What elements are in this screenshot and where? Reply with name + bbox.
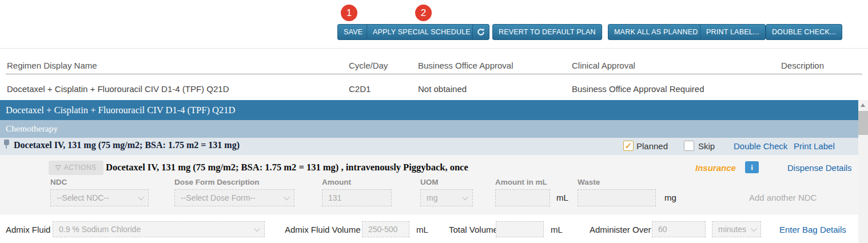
total-volume-suffix: mL bbox=[551, 225, 563, 234]
table-row-business-office-approval: Not obtained bbox=[418, 84, 467, 94]
chemotherapy-section-title: Chemotherapy bbox=[6, 124, 58, 134]
dispense-details-link[interactable]: Dispense Details bbox=[787, 163, 852, 173]
amount-in-ml-label: Amount in mL bbox=[495, 178, 547, 186]
admix-fluid-volume-input[interactable]: 250-500 bbox=[362, 221, 409, 237]
admix-fluid-select[interactable]: 0.9 % Sodium Chloride bbox=[53, 221, 265, 237]
administer-over-value: 60 bbox=[658, 225, 667, 234]
waste-suffix: mg bbox=[664, 193, 676, 202]
double-check-button[interactable]: DOUBLE CHECK... bbox=[766, 24, 842, 40]
drug-row: Docetaxel IV, 131 mg (75 mg/m2; BSA: 1.7… bbox=[0, 138, 858, 155]
toolbar-divider bbox=[0, 48, 868, 49]
regimen-banner: Docetaxel + Cisplatin + Fluorouracil CIV… bbox=[0, 100, 858, 120]
col-header-business-office-approval: Business Office Approval bbox=[418, 61, 513, 70]
dose-form-label: Dose Form Description bbox=[174, 178, 260, 186]
add-another-ndc-link[interactable]: Add another NDC bbox=[749, 193, 817, 202]
scrollbar-thumb[interactable] bbox=[858, 111, 868, 135]
admix-fluid-volume-value: 250-500 bbox=[368, 225, 397, 234]
app-window: 1 2 SAVE APPLY SPECIAL SCHEDULE REVERT T… bbox=[0, 0, 868, 243]
step-badge-2: 2 bbox=[415, 5, 432, 21]
uom-select-value: mg bbox=[427, 193, 437, 202]
planned-checkbox[interactable]: ✓ bbox=[623, 141, 634, 151]
chevron-down-icon bbox=[462, 194, 468, 200]
col-header-cycle-day: Cycle/Day bbox=[349, 61, 388, 70]
drug-title: Docetaxel IV, 131 mg (75 mg/m2; BSA: 1.7… bbox=[14, 140, 240, 150]
skip-label: Skip bbox=[698, 141, 715, 151]
step-badge-1: 1 bbox=[341, 5, 357, 21]
administer-unit-value: minutes bbox=[718, 225, 746, 234]
regimen-banner-title: Docetaxel + Cisplatin + Fluorouracil CIV… bbox=[6, 105, 235, 116]
administer-over-input[interactable]: 60 bbox=[652, 221, 706, 237]
amount-label: Amount bbox=[322, 178, 351, 186]
refresh-icon bbox=[476, 30, 485, 38]
chemotherapy-section-bar: Chemotherapy bbox=[0, 120, 858, 138]
admix-fluid-label: Admix Fluid bbox=[6, 225, 50, 234]
drug-detail-panel: ▽ACTIONS Docetaxel IV, 131 mg (75 mg/m2;… bbox=[0, 155, 858, 214]
actions-button-label: ACTIONS bbox=[64, 164, 97, 172]
scrollbar[interactable] bbox=[858, 100, 868, 243]
save-button[interactable]: SAVE bbox=[337, 24, 369, 40]
pin-icon bbox=[4, 140, 9, 145]
uom-label: UOM bbox=[420, 178, 439, 186]
dose-form-select[interactable]: --Select Dose Form-- bbox=[174, 189, 294, 206]
insurance-label[interactable]: Insurance bbox=[695, 163, 736, 173]
waste-input[interactable] bbox=[578, 189, 656, 206]
chevron-down-icon bbox=[254, 225, 260, 232]
total-volume-input[interactable] bbox=[496, 221, 544, 237]
col-header-description: Description bbox=[781, 61, 824, 70]
table-row-cycle-day: C2D1 bbox=[349, 84, 371, 94]
scroll-up-arrow[interactable] bbox=[858, 100, 868, 110]
info-icon[interactable]: i bbox=[745, 161, 759, 173]
admix-row: Admix Fluid 0.9 % Sodium Chloride Admix … bbox=[0, 214, 858, 243]
total-volume-label: Total Volume bbox=[449, 225, 498, 234]
uom-select[interactable]: mg bbox=[420, 189, 473, 206]
ndc-label: NDC bbox=[50, 178, 67, 186]
mark-all-as-planned-button[interactable]: MARK ALL AS PLANNED bbox=[608, 24, 704, 40]
table-header-underline bbox=[6, 74, 862, 74]
administer-over-label: Administer Over bbox=[590, 225, 651, 234]
double-check-link[interactable]: Double Check bbox=[734, 141, 787, 151]
apply-special-schedule-button[interactable]: APPLY SPECIAL SCHEDULE bbox=[367, 24, 477, 40]
skip-checkbox[interactable] bbox=[684, 141, 694, 151]
col-header-regimen-display-name: Regimen Display Name bbox=[7, 61, 97, 70]
waste-label: Waste bbox=[578, 178, 600, 186]
chevron-down-icon bbox=[138, 194, 144, 200]
amount-input[interactable]: 131 bbox=[322, 189, 392, 206]
table-row-clinical-approval: Business Office Approval Required bbox=[572, 84, 704, 94]
table-row-regimen-name[interactable]: Docetaxel + Cisplatin + Fluorouracil CIV… bbox=[7, 84, 229, 94]
print-label-link[interactable]: Print Label bbox=[794, 141, 835, 151]
admix-fluid-volume-label: Admix Fluid Volume bbox=[285, 225, 361, 234]
planned-label: Planned bbox=[636, 141, 668, 151]
drug-description: Docetaxel IV, 131 mg (75 mg/m2; BSA: 1.7… bbox=[106, 162, 468, 173]
enter-bag-details-link[interactable]: Enter Bag Details bbox=[779, 225, 846, 234]
amount-input-value: 131 bbox=[328, 193, 341, 202]
ndc-select-value: --Select NDC-- bbox=[57, 193, 109, 202]
dose-form-select-value: --Select Dose Form-- bbox=[181, 193, 256, 202]
amount-in-ml-input[interactable] bbox=[495, 189, 550, 206]
admix-fluid-volume-suffix: mL bbox=[416, 225, 428, 234]
print-label-button[interactable]: PRINT LABEL... bbox=[700, 24, 766, 40]
chevron-down-icon bbox=[284, 194, 290, 200]
ndc-select[interactable]: --Select NDC-- bbox=[50, 189, 149, 206]
col-header-clinical-approval: Clinical Approval bbox=[572, 61, 635, 70]
chevron-down-icon bbox=[751, 225, 757, 232]
actions-button[interactable]: ▽ACTIONS bbox=[49, 161, 103, 175]
triangle-down-icon: ▽ bbox=[55, 164, 61, 172]
amount-in-ml-suffix: mL bbox=[556, 193, 568, 202]
refresh-button[interactable] bbox=[472, 24, 489, 40]
revert-to-default-plan-button[interactable]: REVERT TO DEFAULT PLAN bbox=[492, 24, 602, 40]
administer-unit-select[interactable]: minutes bbox=[712, 221, 761, 237]
admix-fluid-select-value: 0.9 % Sodium Chloride bbox=[59, 225, 141, 234]
